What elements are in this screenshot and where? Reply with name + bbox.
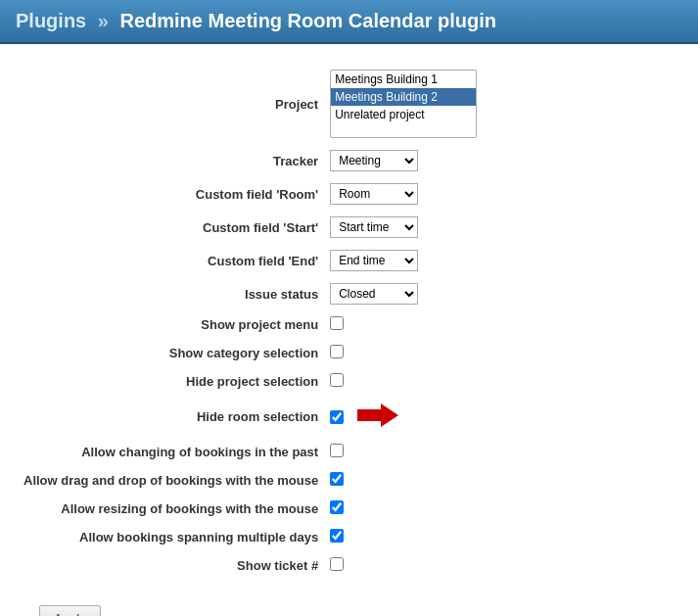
allow-drag-label: Allow drag and drop of bookings with the… xyxy=(20,466,326,495)
hide-room-label: Hide room selection xyxy=(20,396,326,438)
custom-end-label: Custom field 'End' xyxy=(20,244,326,277)
custom-start-label: Custom field 'Start' xyxy=(20,211,326,244)
page-title: Redmine Meeting Room Calendar plugin xyxy=(119,10,495,31)
hide-room-cell xyxy=(330,402,675,432)
show-ticket-label: Show ticket # xyxy=(20,551,326,580)
tracker-label: Tracker xyxy=(20,144,326,177)
allow-resize-checkbox[interactable] xyxy=(330,500,344,514)
hide-room-checkbox[interactable] xyxy=(330,410,344,424)
settings-content: Project Meetings Building 1 Meetings Bui… xyxy=(0,44,698,590)
custom-room-row: Custom field 'Room' Room xyxy=(20,177,678,211)
svg-marker-0 xyxy=(357,403,398,427)
custom-room-label: Custom field 'Room' xyxy=(20,177,326,211)
allow-changing-row: Allow changing of bookings in the past xyxy=(20,438,678,466)
show-ticket-checkbox[interactable] xyxy=(330,557,344,571)
show-category-checkbox[interactable] xyxy=(330,345,344,358)
show-ticket-row: Show ticket # xyxy=(20,551,678,580)
project-listbox[interactable]: Meetings Building 1 Meetings Building 2 … xyxy=(330,70,477,138)
allow-spanning-checkbox[interactable] xyxy=(330,529,344,543)
allow-changing-checkbox[interactable] xyxy=(330,444,344,457)
settings-form: Project Meetings Building 1 Meetings Bui… xyxy=(20,64,678,580)
hide-room-row: Hide room selection xyxy=(20,396,678,438)
issue-status-select[interactable]: Closed xyxy=(330,283,418,305)
show-category-row: Show category selection xyxy=(20,339,678,367)
red-arrow-indicator xyxy=(353,402,400,432)
project-option-3[interactable]: Unrelated project xyxy=(331,106,476,123)
hide-project-label: Hide project selection xyxy=(20,367,326,396)
page-header: Plugins » Redmine Meeting Room Calendar … xyxy=(0,0,698,44)
issue-status-row: Issue status Closed xyxy=(20,277,678,310)
project-row: Project Meetings Building 1 Meetings Bui… xyxy=(20,64,678,144)
button-area: Apply xyxy=(0,590,698,616)
allow-drag-checkbox[interactable] xyxy=(330,472,344,486)
custom-room-select[interactable]: Room xyxy=(330,183,418,205)
hide-project-row: Hide project selection xyxy=(20,367,678,396)
custom-end-row: Custom field 'End' End time xyxy=(20,244,678,277)
project-label: Project xyxy=(20,64,326,144)
allow-resize-row: Allow resizing of bookings with the mous… xyxy=(20,495,678,523)
project-option-2[interactable]: Meetings Building 2 xyxy=(331,88,476,106)
tracker-select[interactable]: Meeting xyxy=(330,150,418,171)
show-project-menu-checkbox[interactable] xyxy=(330,316,344,330)
hide-project-checkbox[interactable] xyxy=(330,373,344,387)
show-category-label: Show category selection xyxy=(20,339,326,367)
apply-button[interactable]: Apply xyxy=(39,605,101,616)
breadcrumb-separator: » xyxy=(98,10,109,31)
issue-status-label: Issue status xyxy=(20,277,326,310)
show-project-menu-row: Show project menu xyxy=(20,310,678,339)
custom-end-select[interactable]: End time xyxy=(330,250,418,271)
allow-spanning-label: Allow bookings spanning multiple days xyxy=(20,523,326,551)
allow-spanning-row: Allow bookings spanning multiple days xyxy=(20,523,678,551)
custom-start-select[interactable]: Start time xyxy=(330,216,418,238)
project-option-1[interactable]: Meetings Building 1 xyxy=(331,71,476,88)
plugins-link[interactable]: Plugins xyxy=(16,10,86,31)
show-project-menu-label: Show project menu xyxy=(20,310,326,339)
custom-start-row: Custom field 'Start' Start time xyxy=(20,211,678,244)
tracker-row: Tracker Meeting xyxy=(20,144,678,177)
allow-drag-row: Allow drag and drop of bookings with the… xyxy=(20,466,678,495)
allow-changing-label: Allow changing of bookings in the past xyxy=(20,438,326,466)
allow-resize-label: Allow resizing of bookings with the mous… xyxy=(20,495,326,523)
